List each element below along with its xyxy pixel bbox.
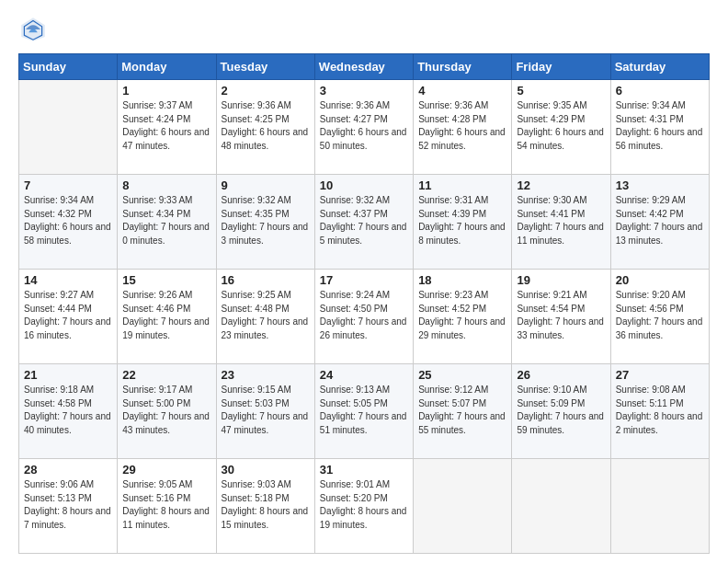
day-info: Sunrise: 9:37 AMSunset: 4:24 PMDaylight:… (122, 99, 210, 153)
day-number: 12 (517, 178, 605, 192)
day-number: 9 (222, 178, 310, 192)
day-info: Sunrise: 9:31 AMSunset: 4:39 PMDaylight:… (418, 194, 506, 247)
day-number: 6 (616, 84, 704, 98)
day-info: Sunrise: 9:34 AMSunset: 4:32 PMDaylight:… (24, 194, 112, 247)
day-number: 15 (122, 273, 210, 287)
day-number: 10 (320, 178, 408, 192)
week-row-3: 21Sunrise: 9:18 AMSunset: 4:58 PMDayligh… (19, 364, 710, 459)
day-number: 3 (320, 84, 408, 98)
day-number: 4 (418, 84, 506, 98)
day-info: Sunrise: 9:36 AMSunset: 4:25 PMDaylight:… (222, 99, 310, 153)
day-info: Sunrise: 9:06 AMSunset: 5:13 PMDaylight:… (24, 478, 112, 532)
day-number: 23 (222, 368, 310, 382)
day-number: 22 (122, 368, 210, 382)
week-row-0: 1Sunrise: 9:37 AMSunset: 4:24 PMDaylight… (19, 80, 710, 175)
logo-icon (18, 15, 48, 44)
day-info: Sunrise: 9:36 AMSunset: 4:27 PMDaylight:… (320, 99, 408, 153)
day-info: Sunrise: 9:24 AMSunset: 4:50 PMDaylight:… (320, 289, 408, 342)
calendar-cell: 2Sunrise: 9:36 AMSunset: 4:25 PMDaylight… (216, 80, 314, 175)
day-number: 5 (517, 84, 605, 98)
day-info: Sunrise: 9:12 AMSunset: 5:07 PMDaylight:… (418, 384, 506, 437)
calendar-cell: 9Sunrise: 9:32 AMSunset: 4:35 PMDaylight… (216, 175, 314, 270)
day-info: Sunrise: 9:18 AMSunset: 4:58 PMDaylight:… (24, 384, 112, 437)
day-info: Sunrise: 9:27 AMSunset: 4:44 PMDaylight:… (24, 289, 112, 342)
day-info: Sunrise: 9:36 AMSunset: 4:28 PMDaylight:… (418, 99, 506, 153)
calendar-cell: 4Sunrise: 9:36 AMSunset: 4:28 PMDaylight… (414, 80, 512, 175)
day-info: Sunrise: 9:13 AMSunset: 5:05 PMDaylight:… (320, 384, 408, 437)
calendar-cell: 24Sunrise: 9:13 AMSunset: 5:05 PMDayligh… (314, 364, 413, 459)
day-number: 8 (122, 178, 210, 192)
day-info: Sunrise: 9:23 AMSunset: 4:52 PMDaylight:… (418, 289, 506, 342)
day-info: Sunrise: 9:01 AMSunset: 5:20 PMDaylight:… (320, 478, 408, 532)
calendar-cell: 13Sunrise: 9:29 AMSunset: 4:42 PMDayligh… (610, 175, 709, 270)
calendar-cell: 23Sunrise: 9:15 AMSunset: 5:03 PMDayligh… (216, 364, 314, 459)
day-number: 26 (517, 368, 605, 382)
day-info: Sunrise: 9:05 AMSunset: 5:16 PMDaylight:… (122, 478, 210, 532)
day-info: Sunrise: 9:32 AMSunset: 4:35 PMDaylight:… (222, 194, 310, 247)
calendar-cell (19, 80, 118, 175)
day-number: 21 (24, 368, 112, 382)
day-info: Sunrise: 9:34 AMSunset: 4:31 PMDaylight:… (616, 99, 704, 153)
calendar-cell: 22Sunrise: 9:17 AMSunset: 5:00 PMDayligh… (118, 364, 216, 459)
day-number: 1 (122, 84, 210, 98)
header (18, 15, 710, 44)
day-number: 25 (418, 368, 506, 382)
day-number: 27 (616, 368, 704, 382)
day-info: Sunrise: 9:29 AMSunset: 4:42 PMDaylight:… (616, 194, 704, 247)
day-info: Sunrise: 9:33 AMSunset: 4:34 PMDaylight:… (122, 194, 210, 247)
calendar-cell: 31Sunrise: 9:01 AMSunset: 5:20 PMDayligh… (314, 459, 413, 554)
calendar-table: SundayMondayTuesdayWednesdayThursdayFrid… (18, 53, 710, 554)
day-number: 11 (418, 178, 506, 192)
calendar-cell: 5Sunrise: 9:35 AMSunset: 4:29 PMDaylight… (512, 80, 610, 175)
day-number: 24 (320, 368, 408, 382)
weekday-header-thursday: Thursday (414, 54, 512, 80)
calendar-cell: 26Sunrise: 9:10 AMSunset: 5:09 PMDayligh… (512, 364, 610, 459)
day-info: Sunrise: 9:25 AMSunset: 4:48 PMDaylight:… (222, 289, 310, 342)
calendar-cell: 12Sunrise: 9:30 AMSunset: 4:41 PMDayligh… (512, 175, 610, 270)
day-info: Sunrise: 9:15 AMSunset: 5:03 PMDaylight:… (222, 384, 310, 437)
calendar-cell: 25Sunrise: 9:12 AMSunset: 5:07 PMDayligh… (414, 364, 512, 459)
calendar-cell: 17Sunrise: 9:24 AMSunset: 4:50 PMDayligh… (314, 270, 413, 364)
day-info: Sunrise: 9:21 AMSunset: 4:54 PMDaylight:… (517, 289, 605, 342)
day-number: 18 (418, 273, 506, 287)
day-info: Sunrise: 9:32 AMSunset: 4:37 PMDaylight:… (320, 194, 408, 247)
calendar-cell: 16Sunrise: 9:25 AMSunset: 4:48 PMDayligh… (216, 270, 314, 364)
calendar-cell: 3Sunrise: 9:36 AMSunset: 4:27 PMDaylight… (314, 80, 413, 175)
weekday-header-monday: Monday (118, 54, 216, 80)
calendar-cell (414, 459, 512, 554)
day-number: 17 (320, 273, 408, 287)
day-number: 2 (222, 84, 310, 98)
day-info: Sunrise: 9:30 AMSunset: 4:41 PMDaylight:… (517, 194, 605, 247)
weekday-header-tuesday: Tuesday (216, 54, 314, 80)
calendar-cell: 11Sunrise: 9:31 AMSunset: 4:39 PMDayligh… (414, 175, 512, 270)
weekday-header-sunday: Sunday (19, 54, 118, 80)
logo (18, 15, 53, 44)
day-number: 16 (222, 273, 310, 287)
calendar-cell: 19Sunrise: 9:21 AMSunset: 4:54 PMDayligh… (512, 270, 610, 364)
calendar-cell: 6Sunrise: 9:34 AMSunset: 4:31 PMDaylight… (610, 80, 709, 175)
calendar-cell: 10Sunrise: 9:32 AMSunset: 4:37 PMDayligh… (314, 175, 413, 270)
day-info: Sunrise: 9:08 AMSunset: 5:11 PMDaylight:… (616, 384, 704, 437)
day-number: 7 (24, 178, 112, 192)
day-info: Sunrise: 9:17 AMSunset: 5:00 PMDaylight:… (122, 384, 210, 437)
calendar-cell: 28Sunrise: 9:06 AMSunset: 5:13 PMDayligh… (19, 459, 118, 554)
day-number: 29 (122, 463, 210, 477)
calendar-cell (512, 459, 610, 554)
calendar-cell: 30Sunrise: 9:03 AMSunset: 5:18 PMDayligh… (216, 459, 314, 554)
calendar-cell: 18Sunrise: 9:23 AMSunset: 4:52 PMDayligh… (414, 270, 512, 364)
day-number: 20 (616, 273, 704, 287)
day-number: 28 (24, 463, 112, 477)
day-number: 14 (24, 273, 112, 287)
week-row-4: 28Sunrise: 9:06 AMSunset: 5:13 PMDayligh… (19, 459, 710, 554)
weekday-header-friday: Friday (512, 54, 610, 80)
weekday-header-wednesday: Wednesday (314, 54, 413, 80)
weekday-header-row: SundayMondayTuesdayWednesdayThursdayFrid… (19, 54, 710, 80)
day-info: Sunrise: 9:03 AMSunset: 5:18 PMDaylight:… (222, 478, 310, 532)
calendar-cell: 21Sunrise: 9:18 AMSunset: 4:58 PMDayligh… (19, 364, 118, 459)
calendar-cell: 1Sunrise: 9:37 AMSunset: 4:24 PMDaylight… (118, 80, 216, 175)
calendar-cell: 8Sunrise: 9:33 AMSunset: 4:34 PMDaylight… (118, 175, 216, 270)
day-number: 31 (320, 463, 408, 477)
calendar-cell: 7Sunrise: 9:34 AMSunset: 4:32 PMDaylight… (19, 175, 118, 270)
day-info: Sunrise: 9:20 AMSunset: 4:56 PMDaylight:… (616, 289, 704, 342)
calendar-cell (610, 459, 709, 554)
